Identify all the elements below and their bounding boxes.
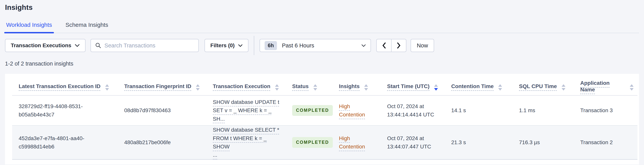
cell-sql-cpu-time: 1.1 ms — [512, 106, 574, 114]
transaction-execution-link[interactable]: SHOW database SELECT * FROM t WHERE k = … — [206, 126, 286, 159]
tab-bar: Workload Insights Schema Insights — [5, 22, 639, 33]
now-button[interactable]: Now — [410, 39, 434, 52]
sort-arrows-icon-active-desc[interactable] — [434, 84, 438, 91]
cell-status: COMPLETED — [286, 105, 332, 116]
status-badge: COMPLETED — [292, 105, 333, 116]
column-header-status[interactable]: Status — [286, 83, 332, 92]
search-box[interactable] — [90, 39, 199, 52]
sort-arrows-icon[interactable] — [364, 84, 368, 91]
results-count: 1-2 of 2 transaction insights — [5, 61, 639, 67]
time-range-label: Past 6 Hours — [282, 42, 314, 49]
cell-start-time: Oct 07, 2024 at 13:44:14.4414 UTC — [380, 102, 445, 119]
search-icon — [95, 42, 101, 49]
controls-divider — [254, 36, 254, 55]
column-header-start-time[interactable]: Start Time (UTC) — [380, 83, 445, 92]
now-button-label: Now — [417, 42, 428, 49]
column-header-transaction-fingerprint-id[interactable]: Transaction Fingerprint ID — [118, 83, 206, 92]
cell-start-time: Oct 07, 2024 at 13:44:07.447 UTC — [380, 134, 445, 151]
chevron-down-icon — [238, 44, 243, 47]
cell-insights: High Contention — [332, 134, 380, 151]
transaction-type-label: Transaction Executions — [11, 42, 71, 49]
column-header-application-name[interactable]: Application Name — [574, 80, 638, 95]
filters-dropdown[interactable]: Filters (0) — [204, 39, 248, 52]
time-pager — [376, 39, 406, 52]
cell-fingerprint-id: 480a8b217be006fe — [118, 138, 206, 146]
cell-fingerprint-id: 08d8b7d97f830463 — [118, 106, 206, 114]
sort-arrows-icon[interactable] — [562, 84, 566, 91]
cell-contention-time: 14.1 s — [445, 106, 512, 114]
sort-arrows-icon[interactable] — [105, 84, 109, 91]
column-header-insights[interactable]: Insights — [332, 83, 380, 92]
column-header-latest-transaction-execution-id[interactable]: Latest Transaction Execution ID — [12, 83, 118, 92]
cell-latest-execution-id: 328729d2-ff19-4408-8531-b05a5b4e43c7 — [12, 102, 118, 119]
insights-page: Insights Workload Insights Schema Insigh… — [0, 0, 644, 164]
high-contention-link[interactable]: High Contention — [339, 135, 365, 149]
tab-schema-insights[interactable]: Schema Insights — [64, 22, 110, 33]
cell-insights: High Contention — [332, 102, 380, 119]
cell-sql-cpu-time: 716.3 µs — [512, 138, 574, 146]
table-header-row: Latest Transaction Execution ID Transact… — [12, 74, 638, 96]
chevron-left-icon — [382, 42, 386, 49]
insights-table-card: Latest Transaction Execution ID Transact… — [5, 74, 639, 164]
column-header-transaction-execution[interactable]: Transaction Execution — [206, 83, 286, 92]
cell-latest-execution-id: 452da3e7-e7fa-4801-aa40-c59988d14eb6 — [12, 134, 118, 151]
sort-arrows-icon[interactable] — [630, 84, 634, 91]
sort-arrows-icon[interactable] — [196, 84, 200, 91]
controls-row: Transaction Executions Filters (0) 6h Pa… — [5, 39, 639, 52]
high-contention-link[interactable]: High Contention — [339, 103, 365, 118]
column-header-contention-time[interactable]: Contention Time — [445, 83, 512, 92]
previous-time-button[interactable] — [376, 39, 391, 52]
filters-label: Filters (0) — [210, 42, 234, 49]
page-title: Insights — [5, 3, 639, 12]
cell-contention-time: 21.3 s — [445, 138, 512, 146]
transaction-type-dropdown[interactable]: Transaction Executions — [5, 39, 86, 52]
chevron-right-icon — [397, 42, 401, 49]
sort-arrows-icon[interactable] — [498, 84, 502, 91]
table-row: 452da3e7-e7fa-4801-aa40-c59988d14eb6 480… — [12, 126, 638, 159]
time-range-badge: 6h — [264, 41, 277, 50]
transaction-execution-link[interactable]: SHOW database UPDATE t SET v = _ WHERE k… — [206, 98, 286, 123]
tab-workload-insights[interactable]: Workload Insights — [5, 22, 53, 33]
chevron-down-icon — [361, 44, 366, 47]
cell-application-name: Transaction 3 — [574, 106, 638, 114]
status-badge: COMPLETED — [292, 137, 333, 148]
table-row: 328729d2-ff19-4408-8531-b05a5b4e43c7 08d… — [12, 96, 638, 126]
chevron-down-icon — [75, 44, 80, 47]
next-time-button[interactable] — [391, 39, 406, 52]
cell-status: COMPLETED — [286, 137, 332, 148]
column-header-sql-cpu-time[interactable]: SQL CPU Time — [512, 83, 574, 92]
search-input[interactable] — [104, 42, 194, 49]
cell-application-name: Transaction 2 — [574, 138, 638, 146]
time-range-dropdown[interactable]: 6h Past 6 Hours — [260, 39, 371, 52]
sort-arrows-icon[interactable] — [313, 84, 317, 91]
sort-arrows-icon[interactable] — [275, 84, 279, 91]
